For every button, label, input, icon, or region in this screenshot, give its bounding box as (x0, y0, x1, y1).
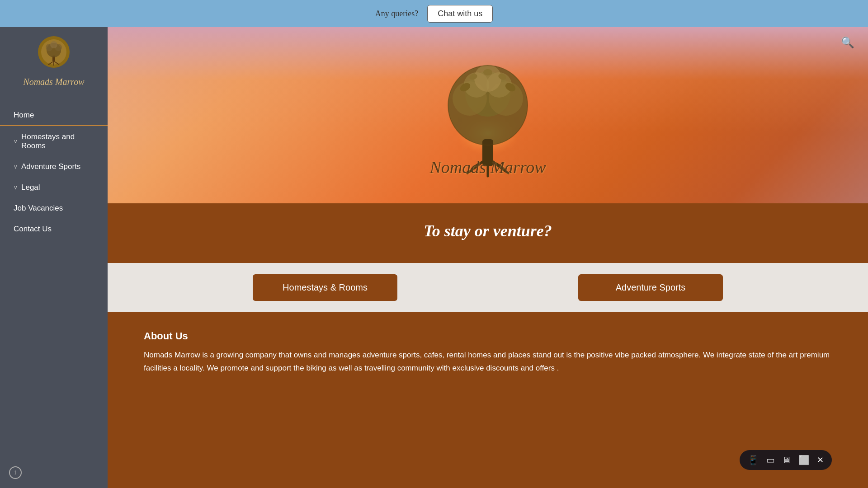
hero-logo-container: Nomads Marrow (425, 53, 551, 177)
svg-point-14 (474, 65, 501, 92)
cta-heading: To stay or venture? (424, 217, 552, 249)
sidebar-item-contact[interactable]: Contact Us (0, 219, 108, 239)
mobile-view-icon[interactable]: 📱 (748, 455, 759, 465)
sidebar-item-adventure[interactable]: ∨ Adventure Sports (0, 157, 108, 177)
chat-with-us-button[interactable]: Chat with us (427, 5, 493, 23)
homestays-rooms-button[interactable]: Homestays & Rooms (253, 274, 397, 301)
floating-toolbar: 📱 ▭ 🖥 ⬜ ✕ (740, 450, 832, 470)
content-area: 🔍 (108, 27, 868, 488)
chevron-icon-legal: ∨ (14, 184, 18, 191)
presentation-view-icon[interactable]: ⬜ (798, 455, 810, 465)
tree-logo-icon (40, 38, 67, 66)
query-text: Any queries? (375, 9, 418, 19)
chevron-icon-adventure: ∨ (14, 164, 18, 170)
sidebar-item-contact-label: Contact Us (14, 225, 52, 234)
search-icon[interactable]: 🔍 (841, 36, 854, 49)
sidebar-item-legal[interactable]: ∨ Legal (0, 178, 108, 197)
about-text: Nomads Marrow is a growing company that … (144, 349, 832, 375)
sidebar-brand-name: Nomads Marrow (23, 77, 84, 87)
sidebar-item-homestays-label: Homestays and Rooms (21, 132, 94, 150)
info-icon[interactable]: i (9, 466, 22, 479)
sidebar-item-legal-label: Legal (21, 183, 40, 192)
top-banner: Any queries? Chat with us (0, 0, 868, 27)
cta-section: To stay or venture? (108, 203, 868, 263)
about-title: About Us (144, 330, 832, 342)
sidebar-item-jobs[interactable]: Job Vacancies (0, 198, 108, 218)
tablet-view-icon[interactable]: ▭ (766, 455, 775, 465)
buttons-section: Homestays & Rooms Adventure Sports (108, 263, 868, 312)
sidebar-item-home[interactable]: Home (0, 105, 108, 126)
svg-point-17 (483, 69, 492, 75)
main-layout: Nomads Marrow Home ∨ Homestays and Rooms… (0, 27, 868, 488)
svg-point-5 (50, 41, 57, 48)
desktop-view-icon[interactable]: 🖥 (782, 455, 791, 465)
sidebar-item-home-label: Home (14, 111, 34, 120)
adventure-sports-button[interactable]: Adventure Sports (578, 274, 723, 301)
sidebar-item-homestays[interactable]: ∨ Homestays and Rooms (0, 127, 108, 156)
sidebar-logo (38, 36, 70, 68)
sidebar-item-jobs-label: Job Vacancies (14, 204, 63, 213)
sidebar-item-adventure-label: Adventure Sports (21, 162, 80, 171)
info-icon-label: i (14, 469, 16, 476)
toolbar-close-icon[interactable]: ✕ (817, 455, 824, 465)
hero-section: Nomads Marrow (108, 27, 868, 203)
sidebar: Nomads Marrow Home ∨ Homestays and Rooms… (0, 27, 108, 488)
sidebar-nav: Home ∨ Homestays and Rooms ∨ Adventure S… (0, 105, 108, 239)
chevron-icon-homestays: ∨ (14, 138, 18, 145)
hero-brand-text: Nomads Marrow (429, 157, 546, 177)
